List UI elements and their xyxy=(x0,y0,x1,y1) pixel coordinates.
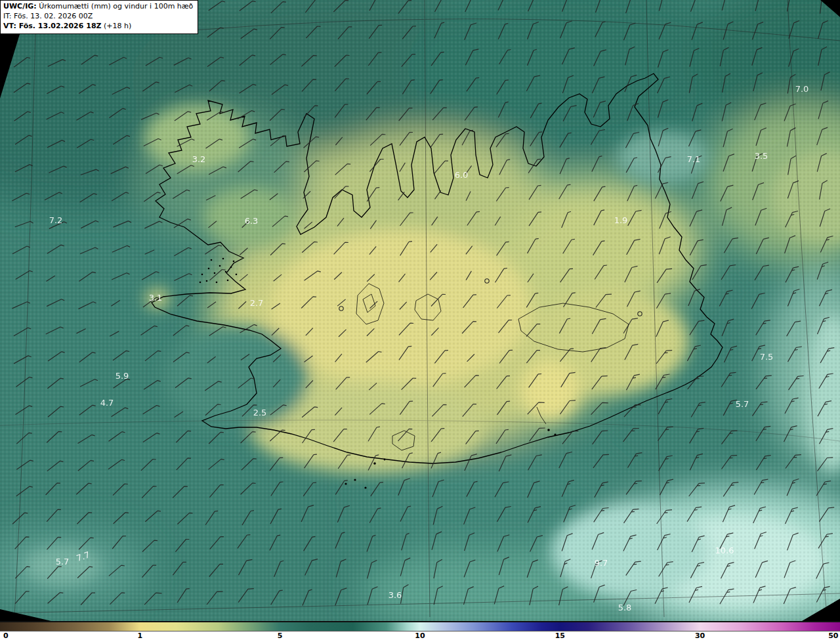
precip-value-label: 5.7 xyxy=(736,399,749,409)
precip-value-label: 3.6 xyxy=(388,590,402,600)
title-line-valid: VT: Fös. 13.02.2026 18Z (+18 h) xyxy=(3,22,193,32)
valid-time: VT: Fös. 13.02.2026 18Z xyxy=(3,22,102,30)
precip-value-label: 10.6 xyxy=(715,546,734,555)
precip-value-label: 7.2 xyxy=(49,215,63,225)
colorbar-gradient xyxy=(0,622,840,631)
precip-value-label: 2.5 xyxy=(253,408,267,417)
pixel-texture-overlay xyxy=(0,0,840,621)
precip-value-label: 1.9 xyxy=(614,215,628,225)
title-line-product: UWC/IG: Úrkomumætti (mm) og vindur i 100… xyxy=(3,2,193,12)
precip-value-label: 9.7 xyxy=(595,558,608,568)
precip-value-label: 4.7 xyxy=(100,398,114,408)
precip-value-label: 7.1 xyxy=(687,154,701,164)
colorbar-labels: 01510153050 xyxy=(0,631,840,641)
precip-value-label: 6.0 xyxy=(455,170,469,180)
map-area: 7.03.27.13.56.07.26.31.93.12.77.55.94.72… xyxy=(0,0,840,621)
colorbar-tick-label: 50 xyxy=(828,631,838,640)
colorbar-tick-label: 15 xyxy=(555,631,565,640)
colorbar-tick-label: 0 xyxy=(3,631,9,640)
precip-value-label: 5.7 xyxy=(56,557,70,567)
colorbar: 01510153050 xyxy=(0,621,840,642)
precip-value-label: 7.0 xyxy=(795,84,809,94)
precip-value-label: 3.1 xyxy=(149,293,163,303)
precip-value-label: 2.7 xyxy=(250,298,264,308)
colorbar-tick-label: 10 xyxy=(415,631,425,640)
valid-offset: (+18 h) xyxy=(102,22,132,30)
title-box: UWC/IG: Úrkomumætti (mm) og vindur i 100… xyxy=(0,0,198,34)
precip-value-label: 6.3 xyxy=(245,216,259,226)
precip-value-label: 3.2 xyxy=(192,154,206,164)
weather-map-page: 7.03.27.13.56.07.26.31.93.12.77.55.94.72… xyxy=(0,0,840,642)
precip-value-label: 5.8 xyxy=(618,603,632,612)
colorbar-tick-label: 5 xyxy=(278,631,283,640)
colorbar-tick-label: 1 xyxy=(138,631,143,640)
colorbar-tick-label: 30 xyxy=(695,631,705,640)
product-label: Úrkomumætti (mm) og vindur i 100m hæð xyxy=(37,2,194,11)
precip-value-label: 7.5 xyxy=(760,352,774,362)
precip-value-label: 3.5 xyxy=(755,151,768,161)
model-label: UWC/IG: xyxy=(3,2,37,11)
precip-value-label: 5.9 xyxy=(116,371,129,381)
title-line-init: IT: Fös. 13. 02. 2026 00Z xyxy=(3,12,193,22)
map-canvas: 7.03.27.13.56.07.26.31.93.12.77.55.94.72… xyxy=(0,0,840,621)
